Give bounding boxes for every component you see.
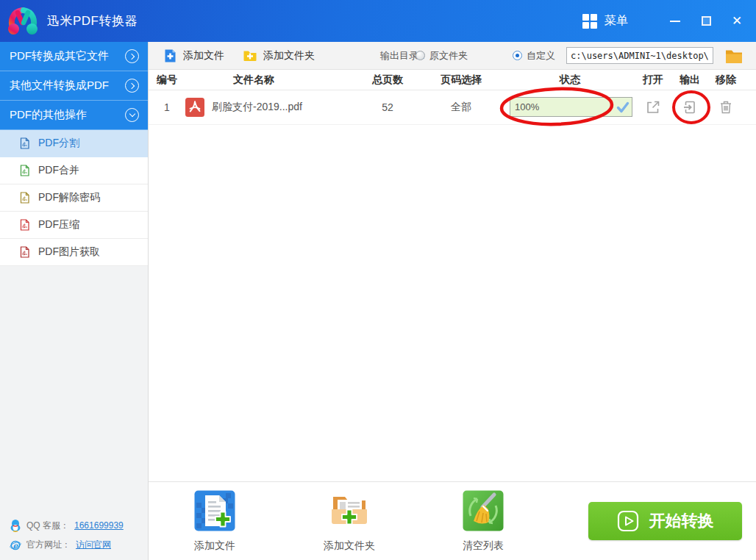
sidebar-item-label: PDF分割 bbox=[38, 137, 79, 150]
radio-original-folder[interactable] bbox=[416, 51, 425, 60]
pdf-file-icon bbox=[19, 246, 30, 258]
sidebar-item-label: PDF图片获取 bbox=[38, 245, 100, 259]
sidebar-group-other-to-pdf[interactable]: 其他文件转换成PDF bbox=[0, 71, 148, 101]
close-icon: ✕ bbox=[732, 15, 742, 27]
row-number: 1 bbox=[149, 90, 185, 124]
add-file-big-icon bbox=[193, 489, 236, 532]
start-convert-button[interactable]: 开始转换 bbox=[588, 502, 742, 540]
sidebar-group-label: PDF的其他操作 bbox=[10, 108, 87, 122]
sidebar-item-label: PDF解除密码 bbox=[38, 191, 100, 204]
col-header-status: 状态 bbox=[533, 70, 607, 90]
sidebar-group-pdf-other-ops[interactable]: PDF的其他操作 bbox=[0, 101, 148, 130]
qq-icon bbox=[10, 519, 21, 532]
pdf-file-icon bbox=[19, 219, 30, 231]
add-folder-label: 添加文件夹 bbox=[263, 49, 315, 62]
table-header: 编号 文件名称 总页数 页码选择 状态 打开 输出 移除 bbox=[149, 70, 756, 90]
website-label: 官方网址： bbox=[26, 539, 71, 551]
chevron-right-icon bbox=[125, 49, 139, 63]
add-folder-button[interactable]: 添加文件夹 bbox=[243, 42, 315, 70]
sidebar-item-label: PDF合并 bbox=[38, 164, 79, 177]
clear-list-label: 清空列表 bbox=[463, 539, 504, 553]
menu-button[interactable]: 菜单 bbox=[582, 13, 628, 29]
sidebar-item-pdf-remove-password[interactable]: PDF解除密码 bbox=[0, 184, 148, 212]
col-header-pages: 总页数 bbox=[358, 70, 417, 90]
chevron-right-icon bbox=[125, 79, 139, 93]
progress-value: 100% bbox=[515, 101, 539, 112]
sidebar-item-pdf-merge[interactable]: PDF合并 bbox=[0, 157, 148, 184]
maximize-icon bbox=[702, 16, 711, 26]
clear-list-button[interactable]: 清空列表 bbox=[439, 489, 527, 553]
maximize-button[interactable] bbox=[694, 9, 718, 34]
play-icon bbox=[617, 510, 639, 532]
main-panel: 添加文件 添加文件夹 输出目录： 原文件夹 自定义 编号 文件 bbox=[149, 42, 756, 560]
add-file-label: 添加文件 bbox=[183, 49, 224, 62]
col-header-filename: 文件名称 bbox=[180, 70, 327, 90]
row-page-selection[interactable]: 全部 bbox=[432, 90, 491, 124]
start-convert-label: 开始转换 bbox=[649, 510, 714, 532]
bottom-add-folder-button[interactable]: 添加文件夹 bbox=[305, 489, 393, 553]
pdf-file-icon bbox=[19, 137, 30, 149]
sidebar-group-label: PDF转换成其它文件 bbox=[10, 49, 109, 63]
radio-original-folder-label[interactable]: 原文件夹 bbox=[429, 42, 468, 70]
sidebar: PDF转换成其它文件 其他文件转换成PDF PDF的其他操作 PDF分割 PDF… bbox=[0, 42, 149, 560]
titlebar-controls: 菜单 ✕ bbox=[582, 0, 756, 42]
browse-folder-icon[interactable] bbox=[724, 47, 743, 65]
sidebar-footer: QQ 客服： 1661699939 e 官方网址： 访问官网 bbox=[10, 512, 124, 551]
row-pages: 52 bbox=[358, 90, 417, 124]
chevron-down-icon bbox=[125, 108, 139, 122]
title-bar: 迅米PDF转换器 菜单 ✕ bbox=[0, 0, 756, 42]
add-folder-icon bbox=[243, 49, 257, 63]
minimize-button[interactable] bbox=[663, 9, 687, 34]
minimize-icon bbox=[670, 21, 680, 22]
sidebar-item-label: PDF压缩 bbox=[38, 218, 79, 231]
done-check-icon bbox=[616, 100, 630, 115]
app-window: 迅米PDF转换器 菜单 ✕ PDF转换成其它文件 其他文件转换成PDF PDF的… bbox=[0, 0, 756, 560]
col-header-page-select: 页码选择 bbox=[432, 70, 491, 90]
pdf-file-icon bbox=[19, 165, 30, 176]
toolbar: 添加文件 添加文件夹 输出目录： 原文件夹 自定义 bbox=[149, 42, 756, 70]
bottom-add-file-label: 添加文件 bbox=[194, 539, 235, 553]
file-name: 刷脸支付-2019...pdf bbox=[212, 101, 302, 114]
output-folder-icon[interactable] bbox=[682, 99, 698, 115]
menu-label: 菜单 bbox=[605, 13, 628, 29]
pdf-red-icon bbox=[185, 98, 204, 117]
radio-custom[interactable] bbox=[513, 51, 522, 60]
bottom-add-folder-label: 添加文件夹 bbox=[324, 539, 375, 553]
clear-list-icon bbox=[462, 489, 504, 532]
app-logo-icon bbox=[6, 6, 40, 37]
menu-grid-icon bbox=[582, 14, 597, 29]
sidebar-group-label: 其他文件转换成PDF bbox=[10, 79, 109, 93]
col-header-output: 输出 bbox=[671, 70, 708, 90]
trash-icon[interactable] bbox=[718, 99, 734, 115]
qq-link[interactable]: 1661699939 bbox=[74, 520, 124, 531]
radio-custom-label[interactable]: 自定义 bbox=[527, 42, 555, 70]
output-path-input[interactable] bbox=[566, 47, 713, 64]
table-row: 1 刷脸支付-2019...pdf 52 全部 100% bbox=[149, 90, 756, 125]
file-cell: 刷脸支付-2019...pdf bbox=[185, 90, 302, 124]
add-file-icon bbox=[163, 49, 177, 63]
bottom-bar: 添加文件 添加文件夹 bbox=[149, 481, 756, 560]
website-ie-icon: e bbox=[10, 539, 21, 551]
sidebar-group-pdf-to-other[interactable]: PDF转换成其它文件 bbox=[0, 42, 148, 71]
website-link[interactable]: 访问官网 bbox=[76, 539, 111, 551]
col-header-remove: 移除 bbox=[707, 70, 744, 90]
add-file-button[interactable]: 添加文件 bbox=[163, 42, 224, 70]
qq-label: QQ 客服： bbox=[26, 520, 69, 532]
sidebar-item-pdf-split[interactable]: PDF分割 bbox=[0, 130, 148, 157]
app-title: 迅米PDF转换器 bbox=[47, 12, 138, 29]
sidebar-item-pdf-extract-images[interactable]: PDF图片获取 bbox=[0, 239, 148, 266]
progress-bar: 100% bbox=[510, 97, 632, 117]
pdf-file-icon bbox=[19, 192, 30, 204]
sidebar-item-pdf-compress[interactable]: PDF压缩 bbox=[0, 212, 148, 239]
close-button[interactable]: ✕ bbox=[725, 9, 749, 34]
add-folder-big-icon bbox=[328, 489, 371, 532]
col-header-open: 打开 bbox=[635, 70, 671, 90]
open-file-icon[interactable] bbox=[645, 99, 661, 115]
bottom-add-file-button[interactable]: 添加文件 bbox=[171, 489, 259, 553]
